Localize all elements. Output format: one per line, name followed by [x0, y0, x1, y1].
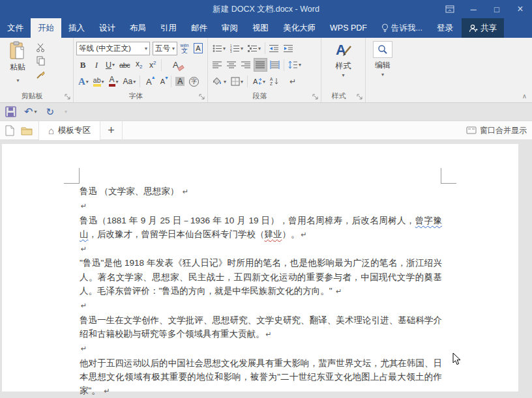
change-case-button[interactable]: Aa [121, 75, 138, 89]
format-painter-button[interactable] [34, 68, 48, 81]
text-effects-button[interactable]: A [76, 75, 91, 89]
superscript-button[interactable]: x2 [146, 58, 159, 72]
show-hide-marks-button[interactable]: ↵ [286, 75, 299, 89]
distribute-button[interactable] [268, 58, 282, 72]
borders-button[interactable] [229, 75, 245, 89]
strikethrough-button[interactable]: abc [117, 58, 132, 72]
ribbon-tab-共享[interactable]: 共享 [462, 18, 504, 38]
ribbon-display-options-button[interactable] [438, 0, 462, 18]
quick-access-toolbar: ↶ ▾ ↻ ▾ [0, 103, 532, 121]
ribbon-tab-开始[interactable]: 开始 [31, 18, 61, 38]
minimize-button[interactable]: ─ [462, 0, 485, 18]
align-center-button[interactable] [225, 58, 239, 72]
save-button[interactable] [5, 106, 16, 117]
maximize-button[interactable]: □ [485, 0, 509, 18]
new-document-button[interactable] [0, 125, 20, 136]
bold-button[interactable]: B [76, 58, 89, 72]
collapse-ribbon-chevron-icon[interactable]: ∧ [522, 92, 527, 100]
undo-dropdown-arrow[interactable]: ▾ [34, 109, 37, 115]
sort-button[interactable]: AZ [268, 75, 282, 89]
ribbon-display-options-icon [445, 5, 454, 13]
divider [161, 59, 162, 71]
multilevel-list-button[interactable] [246, 42, 263, 55]
ribbon-tab-视图[interactable]: 视图 [245, 18, 276, 38]
window-merge-toggle[interactable]: 窗口合并显示 [466, 125, 527, 136]
sort-icon: AZ [270, 77, 280, 86]
ribbon-tab-登录[interactable]: 登录 [430, 18, 460, 38]
svg-text:A: A [253, 78, 258, 85]
paragraph-mark: ↵ [80, 302, 87, 309]
divider [265, 42, 265, 54]
find-iconbox [373, 41, 392, 58]
ribbon-tab-设计[interactable]: 设计 [92, 18, 123, 38]
grow-font-button[interactable]: A▲ [142, 75, 155, 89]
ribbon-tab-美化大师[interactable]: 美化大师 [276, 18, 323, 38]
document-tab-bar: ⌂ 模板专区 + 窗口合并显示 [0, 121, 532, 140]
phonetic-guide-button[interactable]: wén 文 [178, 42, 191, 55]
justify-button[interactable] [254, 58, 267, 72]
editing-button[interactable]: 编辑 ▾ [368, 40, 397, 78]
paste-dropdown-arrow[interactable] [16, 73, 19, 85]
ribbon-tab-WPS PDF[interactable]: WPS PDF [323, 18, 374, 38]
clear-formatting-button[interactable]: A [169, 58, 182, 72]
customize-qat-arrow[interactable]: ▾ [65, 109, 67, 115]
folder-icon [21, 126, 33, 135]
ribbon-tab-布局[interactable]: 布局 [123, 18, 153, 38]
cut-button[interactable] [34, 41, 48, 53]
align-left-button[interactable] [211, 58, 224, 72]
align-right-button[interactable] [239, 58, 253, 72]
paragraph: 他对于五四运动以后的中国社会思想文化发展具有重大影响，蜚声世界文坛，尤其在韩国、… [80, 356, 442, 398]
bullets-button[interactable] [211, 42, 228, 55]
font-color-button[interactable]: A [107, 75, 121, 89]
ribbon-tab-邮件[interactable]: 邮件 [184, 18, 214, 38]
font-name-combobox[interactable]: 等线 (中文正文) ▾ [76, 42, 150, 55]
font-size-dropdown-arrow: ▾ [172, 46, 175, 51]
clipboard-dialog-launcher[interactable] [65, 94, 71, 100]
document-tab-template-zone[interactable]: ⌂ 模板专区 [39, 121, 100, 140]
divider [284, 59, 284, 71]
editing-group: 编辑 ▾ [366, 38, 400, 102]
increase-indent-button[interactable] [282, 42, 295, 55]
ribbon-tab-label: 引用 [160, 23, 177, 34]
decrease-indent-button[interactable] [267, 42, 281, 55]
enclose-characters-button[interactable]: 字 [187, 75, 201, 89]
undo-button[interactable]: ↶ ▾ [24, 107, 37, 117]
open-document-button[interactable] [20, 126, 38, 135]
highlight-color-button[interactable]: ab [91, 75, 106, 89]
redo-button[interactable]: ↻ [46, 106, 54, 118]
italic-button[interactable]: I [90, 58, 103, 72]
styles-button[interactable]: A 样式 ▾ [324, 40, 362, 78]
multilevel-list-icon [248, 44, 258, 53]
document-page[interactable]: 鲁迅 （文学家、思想家） ↵↵鲁迅（1881 年 9 月 25 日－1936 年… [2, 144, 518, 391]
close-button[interactable]: × [509, 0, 532, 18]
ribbon-tab-文件[interactable]: 文件 [0, 18, 31, 38]
ribbon-tab-引用[interactable]: 引用 [153, 18, 184, 38]
subscript-button[interactable]: x2 [132, 58, 145, 72]
paragraph-mark: ↵ [334, 287, 342, 295]
ribbon-tab-插入[interactable]: 插入 [61, 18, 92, 38]
paragraph-mark: ↵ [80, 245, 87, 253]
font-size-combobox[interactable]: 五号 ▾ [153, 42, 177, 55]
editing-label: 编辑 [375, 60, 391, 71]
new-tab-button[interactable]: + [100, 121, 123, 140]
shading-button[interactable] [211, 75, 228, 89]
line-spacing-button[interactable] [286, 58, 303, 72]
styles-dialog-launcher[interactable] [357, 94, 363, 100]
document-text[interactable]: 鲁迅 （文学家、思想家） ↵↵鲁迅（1881 年 9 月 25 日－1936 年… [80, 184, 442, 398]
paragraph-dialog-launcher[interactable] [312, 94, 319, 100]
font-dialog-launcher[interactable] [199, 94, 205, 100]
align-center-icon [227, 61, 237, 69]
character-border-button[interactable]: A [192, 42, 205, 55]
character-shading-icon: A [175, 77, 185, 86]
character-shading-button[interactable]: A [173, 75, 186, 89]
asian-layout-button[interactable]: A [250, 75, 267, 89]
ribbon-tab-审阅[interactable]: 审阅 [214, 18, 245, 38]
bullets-icon [213, 44, 222, 53]
shrink-font-button[interactable]: A▼ [156, 75, 169, 89]
ribbon-tab-告诉我...[interactable]: 告诉我... [374, 18, 430, 38]
svg-text:3: 3 [230, 50, 232, 53]
underline-button[interactable]: U [104, 58, 117, 72]
paste-button[interactable]: 粘贴 [3, 40, 33, 92]
copy-button[interactable] [34, 55, 48, 67]
numbering-button[interactable]: 123 [228, 42, 245, 55]
